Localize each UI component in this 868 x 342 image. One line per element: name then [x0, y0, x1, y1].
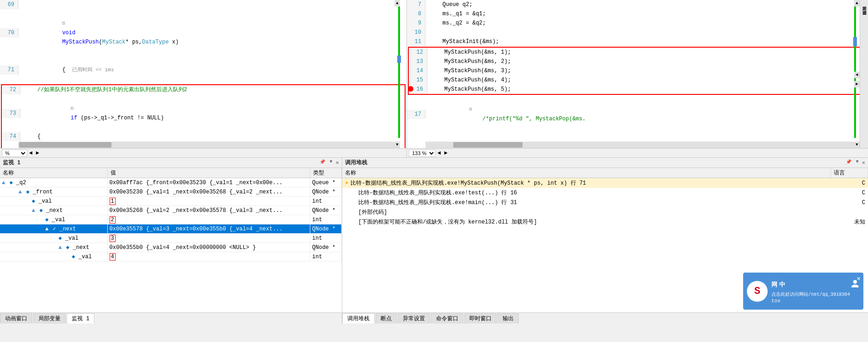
callstack-menu-btn[interactable]: ▼ — [855, 159, 860, 166]
rline-content-13: MyStackPush(&ms, 2); — [427, 57, 511, 66]
scroll-thumb-left[interactable] — [397, 56, 401, 63]
watch-row-front[interactable]: ▲ ◆ _front 0x00e35230 {_val=1 _next=0x00… — [0, 187, 342, 197]
watch-menu-btn[interactable]: ▼ — [328, 159, 334, 166]
tab-immediate[interactable]: 即时窗口 — [464, 313, 497, 323]
green-bar-right — [854, 0, 856, 138]
rcode-line-7: 7 Queue q2; — [407, 0, 868, 9]
scroll-arrow-down-left[interactable]: ▼ — [394, 142, 400, 148]
code-line-73: 73 ⊟ if (ps->_q1->_front != NULL) — [2, 94, 405, 132]
notif-close-btn[interactable]: ✕ — [857, 274, 861, 282]
watch-expand-front[interactable]: ▲ — [18, 189, 22, 195]
watch-bottom-tabs: 动画窗口 局部变量 监视 1 — [0, 312, 342, 323]
zoom-select-right[interactable]: 133 % 100% 150% — [409, 149, 436, 157]
scroll-arrow-right-right[interactable]: ► — [854, 81, 860, 87]
h-scroll-thumb-left[interactable] — [19, 142, 111, 148]
notif-logo-icon: S — [747, 281, 768, 302]
watch-val-next3: 0x00e355b0 {_val=4 _next=0x00000000 <NUL… — [107, 243, 310, 252]
line-content-73: ⊟ if (ps->_q1->_front != NULL) — [20, 94, 164, 132]
callstack-pin-btn[interactable]: 📌 — [844, 159, 853, 166]
zoom-nav-left: ◄ ► — [29, 150, 39, 156]
sidebar-item-jiejue[interactable]: 解决方案 — [860, 2, 868, 4]
watch-label-next3: _next — [73, 244, 89, 251]
h-scroll-thumb-right[interactable] — [453, 142, 523, 148]
cs-row-active[interactable]: ➤ 比特-数据结构_线性表_用队列实现栈.exe!MyStackPush(MyS… — [342, 178, 868, 188]
bottom-area: 监视 1 📌 ▼ ✕ 名称 值 类型 — [0, 157, 868, 323]
zoom-select-left[interactable]: % 50% 100% — [2, 149, 27, 157]
rcode-line-11: 11 MyStackInit(&ms); — [407, 37, 868, 46]
cs-row-main[interactable]: 比特-数据结构_线性表_用队列实现栈.exe!main(...) 行 31 C — [342, 198, 868, 207]
watch-expand-next1[interactable]: ▲ — [32, 207, 35, 214]
scroll-arrow-up-right[interactable]: ▲ — [854, 0, 860, 6]
cs-row-warning[interactable]: [下面的框架可能不正确和/或缺失，没有为 kernel32.dll 加载符号] … — [342, 217, 868, 227]
watch-val-front: 0x00e35230 {_val=1 _next=0x00e35268 {_va… — [107, 187, 310, 197]
watch-name-q2: ▲ ◆ _q2 — [0, 178, 107, 187]
callstack-close-btn[interactable]: ✕ — [862, 159, 865, 166]
cs-col-lang: 语言 — [831, 168, 868, 178]
notification-popup: S 网 中 点击此处访问网站/net/qq_3918304 tox ✕ — [743, 273, 863, 310]
breakpoint-dot — [408, 86, 413, 92]
tab-local-vars[interactable]: 局部变量 — [33, 313, 66, 323]
kw-void: void — [62, 30, 79, 36]
code-line-74: 74 { — [2, 132, 405, 141]
tab-animation[interactable]: 动画窗口 — [0, 313, 32, 323]
left-code-body[interactable]: 69 70 ⊟ void MyStackPush(MyStack* ps,Dat… — [0, 0, 406, 148]
rline-num-15: 15 — [409, 75, 427, 85]
watch-type-val4: int — [310, 252, 342, 261]
watch-expand-q2[interactable]: ▲ — [2, 180, 5, 186]
watch-row-val4[interactable]: ◆ _val 4 int — [0, 252, 342, 261]
tab-callstack[interactable]: 调用堆栈 — [342, 313, 375, 323]
watch-icon-val1: ◆ — [32, 198, 35, 205]
watch-row-val2[interactable]: ◆ _val 2 int — [0, 215, 342, 224]
watch-row-next3[interactable]: ▲ ◆ _next 0x00e355b0 {_val=4 _next=0x000… — [0, 243, 342, 252]
scroll-thumb-right[interactable] — [853, 37, 857, 46]
watch-row-val1[interactable]: ◆ _val 1 int — [0, 197, 342, 206]
watch-row-q2[interactable]: ▲ ◆ _q2 0x00aff7ac {_front=0x00e35230 {_… — [0, 178, 342, 187]
rline-content-12: MyStackPush(&ms, 1); — [427, 48, 511, 57]
collapse-icon-73[interactable]: ⊟ — [71, 106, 74, 111]
collapse-icon-17[interactable]: ⊟ — [469, 107, 472, 112]
top-code-area: 69 70 ⊟ void MyStackPush(MyStack* ps,Dat… — [0, 0, 868, 157]
collapse-icon-70[interactable]: ⊟ — [62, 21, 65, 26]
watch-panel: 监视 1 📌 ▼ ✕ 名称 值 类型 — [0, 158, 342, 323]
watch-expand-next3[interactable]: ▲ — [58, 244, 62, 251]
watch-expand-next2[interactable]: ▲ — [45, 226, 49, 232]
line-num-73: 73 — [2, 109, 20, 118]
scroll-arrow-left-right[interactable]: ◄ — [854, 72, 860, 78]
rline-content-11: MyStackInit(&ms); — [425, 37, 499, 46]
rline-num-17: 17 — [407, 110, 425, 119]
scroll-arrow-down-right[interactable]: ▼ — [854, 142, 860, 148]
tab-breakpoints[interactable]: 断点 — [376, 313, 397, 323]
callstack-col-headers: 名称 语言 — [342, 168, 868, 178]
watch-pin-btn[interactable]: 📌 — [318, 159, 326, 166]
rline-num-7: 7 — [407, 0, 425, 9]
callstack-bottom-tabs: 调用堆栈 断点 异常设置 命令窗口 即时窗口 输出 — [342, 312, 868, 323]
tab-output[interactable]: 输出 — [498, 313, 519, 323]
cs-row-test[interactable]: 比特-数据结构_线性表_用队列实现栈.exe!test(...) 行 16 C — [342, 188, 868, 198]
cs-row-external[interactable]: [外部代码] — [342, 207, 868, 217]
rline-num-11: 11 — [407, 37, 425, 46]
cs-lang-c3: C — [837, 199, 865, 206]
right-red-section: 12 MyStackPush(&ms, 1); 13 MyStackPush(&… — [408, 47, 867, 95]
watch-row-next1[interactable]: ▲ ◆ _next 0x00e35268 {_val=2 _next=0x00e… — [0, 206, 342, 215]
cs-name-external: [外部代码] — [345, 208, 837, 216]
callstack-controls: 📌 ▼ ✕ — [844, 159, 865, 166]
tab-watch1[interactable]: 监视 1 — [67, 313, 94, 323]
watch-row-next2[interactable]: ▲ ✓ _next 0x00e35578 {_val=3 _next=0x00e… — [0, 224, 342, 234]
watch-row-val3[interactable]: ◆ _val 3 int — [0, 234, 342, 243]
code-line-69: 69 — [0, 0, 406, 9]
watch-title: 监视 1 — [3, 159, 20, 167]
rline-content-14: MyStackPush(&ms, 3); — [427, 66, 511, 75]
notif-content: 网 中 点击此处访问网站/net/qq_3918304 tox — [771, 279, 860, 304]
tab-exception[interactable]: 异常设置 — [398, 313, 430, 323]
watch-close-btn[interactable]: ✕ — [336, 159, 339, 166]
watch-label-val4: _val — [79, 254, 92, 260]
h-scrollbar-left[interactable] — [18, 142, 400, 148]
h-scrollbar-right[interactable] — [425, 142, 856, 148]
scroll-arrow-up-left[interactable]: ▲ — [394, 0, 400, 6]
rcode-line-14: 14 MyStackPush(&ms, 3); — [409, 66, 866, 75]
tab-command[interactable]: 命令窗口 — [431, 313, 463, 323]
watch-table[interactable]: 名称 值 类型 ▲ ◆ _q2 0x00aff7ac {_front=0x00e… — [0, 168, 342, 312]
watch-val-next1: 0x00e35268 {_val=2 _next=0x00e35578 {_va… — [107, 206, 310, 215]
watch-icon-next3: ◆ — [66, 244, 69, 251]
sidebar-item-ziyuan[interactable]: 资源管理器 — [860, 6, 868, 8]
